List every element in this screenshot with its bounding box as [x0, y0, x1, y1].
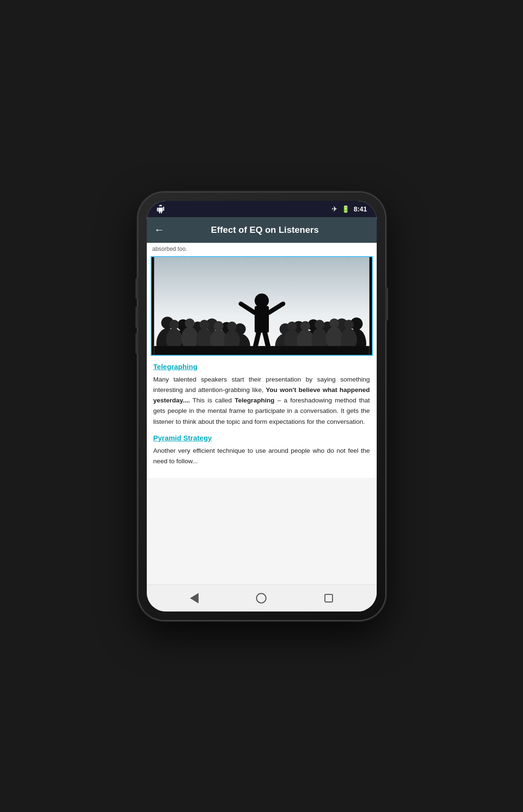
nav-back-button[interactable]	[188, 592, 201, 605]
svg-point-42	[329, 318, 339, 328]
airplane-mode-icon: ✈	[332, 205, 338, 213]
android-logo-icon	[156, 205, 165, 213]
svg-line-49	[255, 333, 258, 346]
app-bar: ← Effect of EQ on Listeners	[147, 217, 377, 243]
svg-point-30	[199, 320, 209, 330]
svg-point-34	[227, 321, 237, 331]
text-content: Telegraphing Many talented speakers star…	[147, 358, 377, 478]
speaker-silhouette-svg	[152, 257, 372, 355]
svg-point-32	[213, 321, 223, 331]
pyramid-strategy-body: Another very efficient technique to use …	[153, 446, 370, 467]
svg-point-28	[185, 318, 195, 328]
nav-home-button[interactable]	[255, 592, 268, 605]
nav-home-icon	[256, 593, 266, 603]
phone-device: ✈ 🔋 8:41 ← Effect of EQ on Listeners abs…	[138, 192, 385, 620]
nav-recent-button[interactable]	[322, 592, 335, 605]
nav-back-icon	[190, 593, 199, 603]
svg-point-36	[287, 321, 297, 331]
content-inner: absorbed too.	[147, 243, 377, 478]
back-button[interactable]: ←	[154, 224, 165, 236]
status-left	[156, 205, 165, 213]
phone-screen: ✈ 🔋 8:41 ← Effect of EQ on Listeners abs…	[147, 201, 377, 611]
status-bar: ✈ 🔋 8:41	[147, 201, 377, 217]
svg-point-40	[314, 320, 324, 330]
svg-rect-45	[255, 306, 269, 333]
absorbed-text: absorbed too.	[147, 243, 377, 254]
battery-icon: 🔋	[342, 205, 350, 213]
svg-point-44	[344, 320, 354, 330]
svg-point-38	[300, 321, 310, 331]
status-right: ✈ 🔋 8:41	[332, 205, 367, 213]
svg-line-50	[265, 333, 268, 346]
pyramid-strategy-link[interactable]: Pyramid Strategy	[153, 434, 370, 442]
content-area[interactable]: absorbed too.	[147, 243, 377, 584]
bottom-nav	[147, 584, 377, 611]
telegraphing-body: Many talented speakers start their prese…	[153, 374, 370, 427]
clock: 8:41	[353, 205, 367, 213]
telegraphing-link[interactable]: Telegraphing	[153, 363, 370, 371]
svg-point-26	[169, 320, 179, 330]
speaker-image	[151, 256, 373, 356]
svg-point-46	[255, 293, 269, 307]
svg-rect-51	[154, 346, 369, 355]
app-bar-title: Effect of EQ on Listeners	[172, 225, 358, 235]
nav-recent-icon	[324, 594, 333, 602]
